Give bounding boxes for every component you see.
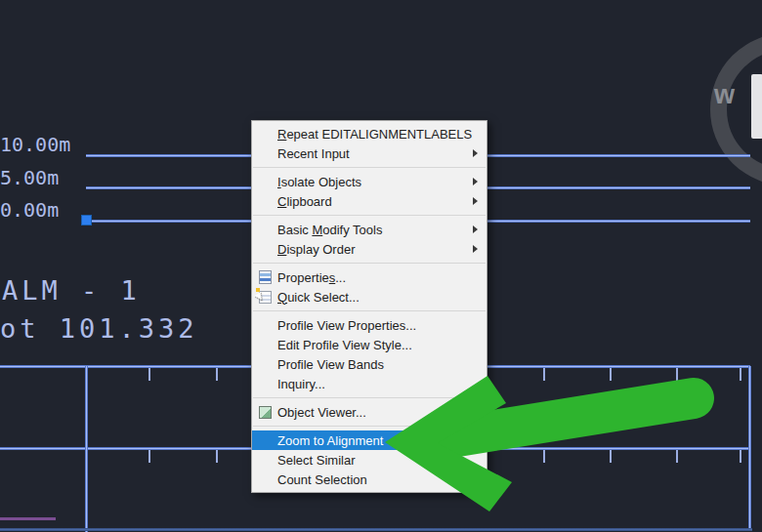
menu-icon-gutter: [252, 450, 277, 470]
station-tick: [148, 368, 150, 381]
menu-item-zoom-to-alignment[interactable]: Zoom to Alignment: [252, 430, 487, 450]
menu-item-label: Display Order: [277, 242, 473, 257]
menu-icon-gutter: [252, 315, 277, 335]
object-viewer-icon: [252, 402, 277, 422]
properties-icon: [252, 267, 277, 287]
menu-icon-gutter: [252, 191, 277, 211]
menu-icon-gutter: [252, 374, 277, 393]
menu-separator: [253, 397, 486, 398]
context-menu-items: Repeat EDITALIGNMENTLABELSRecent InputIs…: [252, 124, 487, 489]
menu-item-label: Profile View Bands: [277, 357, 487, 372]
menu-item-label: Basic Modify Tools: [277, 223, 473, 237]
elevation-label[interactable]: 0.00m: [0, 199, 57, 221]
menu-item-label: Quick Select...: [277, 290, 487, 305]
menu-item-label: Isolate Objects: [277, 175, 473, 189]
quick-select-icon: [252, 287, 277, 307]
surface-line[interactable]: [0, 517, 56, 520]
band-vertical-line[interactable]: [85, 366, 88, 532]
menu-item-label: Select Similar: [277, 453, 487, 468]
menu-item-inquiry[interactable]: Inquiry...: [252, 374, 487, 393]
station-tick: [543, 450, 545, 463]
menu-icon-gutter: [252, 239, 277, 259]
elevation-label[interactable]: 5.00m: [0, 167, 57, 188]
menu-separator: [253, 310, 486, 311]
station-tick: [740, 368, 741, 381]
menu-item-properties[interactable]: Properties...: [252, 267, 487, 287]
alignment-label[interactable]: ALM - 1: [2, 275, 141, 306]
submenu-arrow-icon: [473, 197, 478, 205]
elevation-label[interactable]: 10.00m: [0, 134, 57, 155]
autocad-viewport: w 10.00m 5.00m 0.00m ALM - 1 ot 101.332: [0, 0, 762, 532]
menu-separator: [253, 215, 486, 216]
menu-separator: [253, 263, 486, 264]
menu-item-label: Edit Profile View Style...: [277, 338, 487, 352]
menu-item-edit-profile-view-style[interactable]: Edit Profile View Style...: [252, 335, 487, 354]
menu-item-label: Inquiry...: [277, 377, 487, 391]
menu-item-label: Profile View Properties...: [277, 318, 487, 333]
menu-separator: [253, 426, 486, 427]
menu-item-label: Repeat EDITALIGNMENTLABELS: [277, 127, 487, 142]
menu-icon-gutter: [252, 143, 277, 163]
station-tick: [610, 450, 612, 463]
menu-item-profile-view-bands[interactable]: Profile View Bands: [252, 354, 487, 374]
submenu-arrow-icon: [473, 178, 478, 185]
menu-item-object-viewer[interactable]: Object Viewer...: [252, 402, 487, 422]
menu-item-label: Count Selection: [277, 472, 487, 487]
menu-icon-gutter: [252, 335, 277, 354]
menu-item-clipboard[interactable]: Clipboard: [252, 191, 487, 211]
submenu-arrow-icon: [473, 245, 478, 253]
datum-line[interactable]: [0, 528, 752, 531]
menu-item-display-order[interactable]: Display Order: [252, 239, 487, 259]
station-tick: [676, 450, 678, 463]
menu-item-repeat-editalignmentlabels[interactable]: Repeat EDITALIGNMENTLABELS: [252, 124, 487, 143]
menu-item-recent-input[interactable]: Recent Input: [252, 143, 487, 163]
station-tick: [216, 450, 218, 463]
context-menu: Repeat EDITALIGNMENTLABELSRecent InputIs…: [251, 120, 487, 493]
submenu-arrow-icon: [473, 149, 478, 157]
menu-item-basic-modify-tools[interactable]: Basic Modify Tools: [252, 220, 487, 239]
submenu-arrow-icon: [473, 225, 478, 233]
station-tick: [216, 368, 218, 381]
selection-grip[interactable]: [81, 215, 92, 225]
station-elevation-label[interactable]: ot 101.332: [0, 313, 198, 344]
menu-icon-gutter: [252, 430, 277, 450]
menu-item-label: Recent Input: [277, 146, 473, 161]
menu-item-label: Zoom to Alignment: [277, 433, 487, 448]
station-tick: [740, 450, 741, 463]
menu-item-label: Object Viewer...: [277, 405, 487, 420]
menu-separator: [253, 167, 486, 168]
menu-item-quick-select[interactable]: Quick Select...: [252, 287, 487, 307]
menu-icon-gutter: [252, 172, 277, 191]
menu-item-label: Clipboard: [277, 194, 473, 209]
menu-item-isolate-objects[interactable]: Isolate Objects: [252, 172, 487, 191]
station-tick: [610, 368, 612, 381]
menu-icon-gutter: [252, 124, 277, 143]
menu-item-count-selection[interactable]: Count Selection: [252, 470, 487, 489]
menu-icon-gutter: [252, 470, 277, 489]
station-tick: [543, 368, 545, 381]
menu-icon-gutter: [252, 354, 277, 374]
menu-item-profile-view-properties[interactable]: Profile View Properties...: [252, 315, 487, 335]
band-vertical-line[interactable]: [748, 366, 751, 530]
menu-icon-gutter: [252, 220, 277, 239]
station-tick: [676, 368, 678, 381]
menu-item-select-similar[interactable]: Select Similar: [252, 450, 487, 470]
station-tick: [148, 450, 150, 463]
menu-item-label: Properties...: [277, 270, 487, 285]
